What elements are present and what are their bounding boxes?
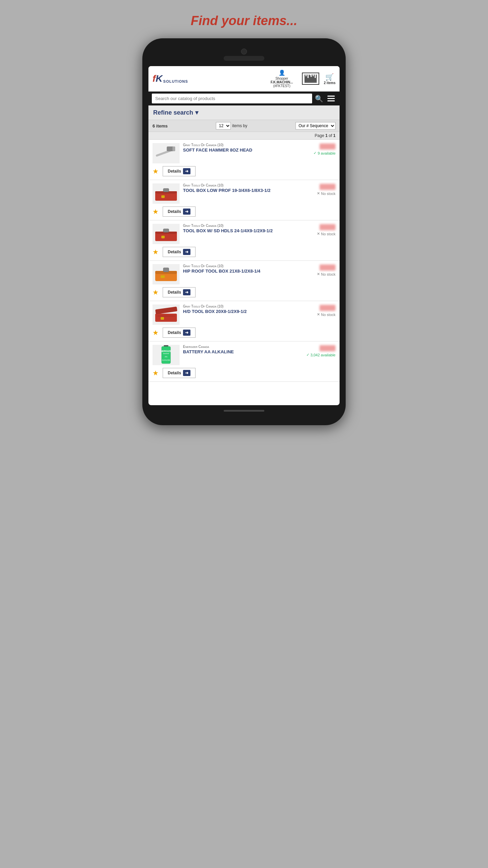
svg-rect-15 [163, 268, 169, 272]
favorite-star-icon[interactable]: ★ [152, 167, 159, 175]
product-bottom: ★ Details ➜ [152, 206, 336, 217]
phone-camera [241, 48, 247, 55]
stock-status: ✓9 available [305, 151, 336, 155]
product-vendor: Gray Tools Of Canada (10) [183, 224, 302, 228]
favorite-star-icon[interactable]: ★ [152, 369, 159, 377]
product-price-area: XX.XX ✕No stock [305, 224, 336, 236]
product-image [152, 304, 180, 325]
svg-rect-19 [155, 307, 177, 314]
product-name: SOFT FACE HAMMER 8OZ HEAD [183, 147, 302, 153]
product-price-area: XX.XX ✕No stock [305, 264, 336, 276]
svg-rect-16 [161, 275, 165, 278]
barcode-scanner[interactable] [302, 73, 319, 85]
details-label: Details [168, 371, 181, 375]
svg-rect-17 [156, 273, 176, 274]
svg-rect-18 [155, 314, 177, 322]
search-input[interactable] [152, 94, 312, 103]
product-item: Gray Tools Of Canada (10) TOOL BOX LOW P… [148, 180, 340, 220]
details-label: Details [168, 209, 181, 214]
product-item: Gray Tools Of Canada (10) H/D TOOL BOX 2… [148, 301, 340, 341]
svg-rect-7 [161, 195, 165, 198]
current-page: 1 [325, 133, 328, 138]
svg-rect-22 [164, 345, 168, 347]
shopper-label: Shopper [276, 77, 288, 80]
product-bottom: ★ Details ➜ [152, 166, 336, 176]
product-price: XX.XX [320, 143, 336, 150]
details-arrow-icon: ➜ [183, 370, 190, 376]
details-label: Details [168, 250, 181, 254]
refine-label: Refine search [153, 109, 193, 116]
svg-rect-11 [157, 233, 175, 234]
product-list: Gray Tools Of Canada (10) SOFT FACE HAMM… [148, 140, 340, 382]
svg-text:ENERGIZER: ENERGIZER [161, 350, 171, 352]
phone-speaker [224, 56, 264, 61]
search-bar: 🔍 [148, 92, 340, 105]
details-button[interactable]: Details ➜ [163, 166, 196, 176]
sort-selector[interactable]: Our # Sequence Name A-Z Price Low-High [296, 122, 336, 130]
items-by-label: items by [232, 123, 247, 128]
product-price: XX.XX [320, 224, 336, 230]
page-title: Find your items... [191, 14, 298, 28]
menu-line-2 [327, 98, 335, 99]
menu-button[interactable] [326, 94, 336, 103]
svg-rect-12 [161, 236, 165, 238]
app-header: f K SOLUTIONS 👤 Shopper F.K.MACHIN... (#… [148, 66, 340, 92]
cart-area[interactable]: 🛒 2 items [324, 73, 336, 85]
product-price: XX.XX [320, 305, 336, 311]
stock-status: ✕No stock [305, 232, 336, 236]
product-name: TOOL BOX LOW PROF 19-3/4X6-1/8X3-1/2 [183, 188, 302, 194]
product-item: Gray Tools Of Canada (10) HIP ROOF TOOL … [148, 261, 340, 301]
logo-f: f [152, 73, 156, 84]
shopper-icon: 👤 [279, 70, 285, 76]
refine-bar: Refine search ▾ [148, 105, 340, 120]
refine-search-button[interactable]: Refine search ▾ [153, 109, 198, 116]
svg-rect-6 [157, 193, 175, 194]
per-page-selector[interactable]: 12 24 48 items by [216, 122, 247, 130]
details-button[interactable]: Details ➜ [163, 287, 196, 297]
details-label: Details [168, 290, 181, 295]
product-price-area: XX.XX ✓3,042 available [305, 345, 336, 357]
shopper-name: F.K.MACHIN... [270, 80, 293, 84]
favorite-star-icon[interactable]: ★ [152, 208, 159, 216]
product-image [152, 183, 180, 204]
sort-select[interactable]: Our # Sequence Name A-Z Price Low-High [296, 122, 336, 130]
phone-frame: f K SOLUTIONS 👤 Shopper F.K.MACHIN... (#… [142, 38, 346, 425]
product-price: XX.XX [320, 264, 336, 271]
logo-solutions: SOLUTIONS [163, 80, 188, 83]
details-arrow-icon: ➜ [183, 330, 190, 336]
product-price-area: XX.XX ✕No stock [305, 304, 336, 317]
product-info: Gray Tools Of Canada (10) HIP ROOF TOOL … [183, 264, 302, 274]
product-image [152, 264, 180, 284]
details-button[interactable]: Details ➜ [163, 328, 196, 338]
product-price: XX.XX [320, 184, 336, 190]
phone-screen: f K SOLUTIONS 👤 Shopper F.K.MACHIN... (#… [148, 66, 340, 405]
details-label: Details [168, 330, 181, 335]
stock-status: ✕No stock [305, 312, 336, 317]
favorite-star-icon[interactable]: ★ [152, 288, 159, 296]
product-item: Gray Tools Of Canada (10) SOFT FACE HAMM… [148, 140, 340, 180]
stock-status: ✕No stock [305, 191, 336, 196]
product-price-area: XX.XX ✕No stock [305, 183, 336, 196]
details-button[interactable]: Details ➜ [163, 247, 196, 257]
product-vendor: Gray Tools Of Canada (10) [183, 304, 302, 308]
product-item: ENERGIZER AA ALKALINE Energizer Canada B… [148, 341, 340, 382]
product-info: Energizer Canada BATTERY AA ALKALINE [183, 345, 302, 355]
product-vendor: Gray Tools Of Canada (10) [183, 264, 302, 268]
favorite-star-icon[interactable]: ★ [152, 329, 159, 337]
per-page-select[interactable]: 12 24 48 [216, 122, 231, 130]
product-name: HIP ROOF TOOL BOX 21X8-1/2X8-1/4 [183, 269, 302, 274]
product-info: Gray Tools Of Canada (10) H/D TOOL BOX 2… [183, 304, 302, 315]
favorite-star-icon[interactable]: ★ [152, 248, 159, 256]
svg-rect-2 [172, 146, 175, 151]
svg-rect-25 [163, 353, 169, 354]
details-button[interactable]: Details ➜ [163, 368, 196, 378]
product-vendor: Gray Tools Of Canada (10) [183, 143, 302, 147]
phone-home-bar [224, 410, 264, 412]
menu-line-3 [327, 100, 335, 101]
details-button[interactable]: Details ➜ [163, 206, 196, 217]
search-button[interactable]: 🔍 [315, 95, 323, 103]
chevron-down-icon: ▾ [195, 109, 198, 116]
svg-text:AA: AA [165, 356, 167, 358]
product-item: Gray Tools Of Canada (10) TOOL BOX W/ SD… [148, 220, 340, 261]
product-bottom: ★ Details ➜ [152, 368, 336, 378]
